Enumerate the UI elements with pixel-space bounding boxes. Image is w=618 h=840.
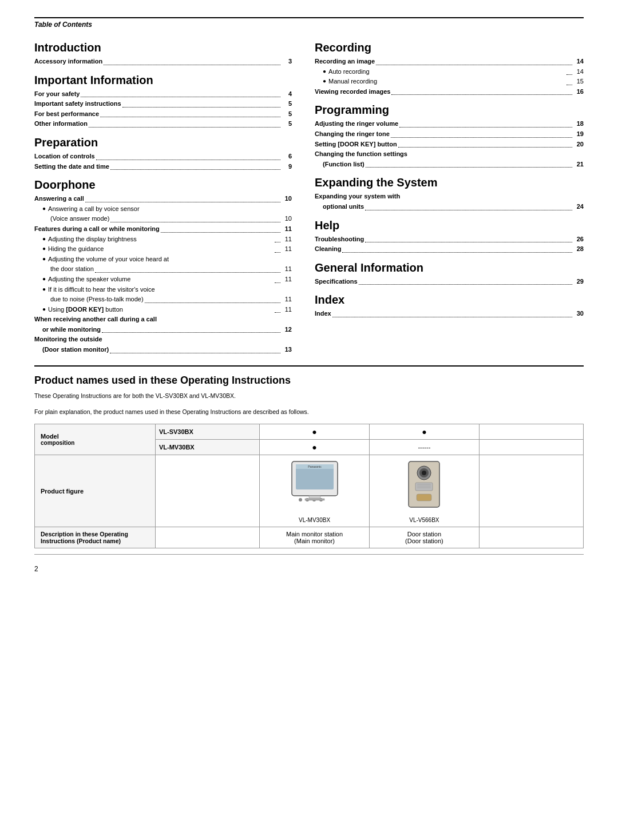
- model-label: Model composition: [35, 424, 156, 455]
- page-num: 9: [282, 162, 292, 172]
- toc-entry-cleaning: Cleaning 28: [315, 244, 584, 254]
- page-num: 5: [282, 109, 292, 120]
- page-num: 12: [282, 325, 292, 335]
- dots: [366, 160, 572, 168]
- section-doorphone: Doorphone: [34, 178, 292, 192]
- toc-entry-text: Answering a call: [34, 194, 84, 204]
- section-recording: Recording: [315, 41, 584, 54]
- dots: [342, 244, 572, 253]
- page-num: 11: [282, 274, 292, 285]
- page-num: 11: [282, 224, 292, 234]
- table-row-figure: Product figure Panasonic: [35, 455, 584, 527]
- toc-columns: Introduction Accessory information 3 Imp…: [34, 34, 584, 355]
- bullet-icon: ●: [42, 244, 46, 254]
- dots: [359, 277, 572, 285]
- toc-entry-text: Features during a call or while monitori…: [34, 224, 160, 234]
- page-num: 24: [573, 202, 584, 212]
- desc-door-station: Door station(Door station): [369, 527, 479, 548]
- toc-entry-text: Answering a call by voice sensor: [48, 204, 292, 214]
- page-num: 3: [282, 57, 292, 67]
- dots: [96, 152, 280, 160]
- svg-point-13: [422, 471, 426, 475]
- toc-entry-function-list: (Function list) 21: [315, 160, 584, 170]
- section-divider: [34, 365, 584, 367]
- door-station-svg: [404, 459, 444, 516]
- bullet-icon: ●: [42, 274, 46, 285]
- bullet-icon: ●: [42, 234, 46, 245]
- page-num: 20: [573, 140, 584, 150]
- page-num: 11: [282, 244, 292, 254]
- dots: [102, 325, 280, 333]
- dots: [110, 214, 280, 222]
- svg-rect-18: [417, 494, 431, 501]
- dots: [566, 77, 572, 85]
- toc-entry-safety-instructions: Important safety instructions 5: [34, 99, 292, 109]
- dot-icon: ●: [422, 427, 426, 436]
- toc-entry-viewing: Viewing recorded images 16: [315, 87, 584, 97]
- toc-entry-index: Index 30: [315, 309, 584, 319]
- toc-entry-text: optional units: [323, 202, 364, 212]
- toc-entry-text: For your safety: [34, 89, 80, 99]
- figure-label: Product figure: [35, 455, 156, 527]
- bullet-icon: ●: [323, 77, 326, 87]
- table-row-description: Description in these Operating Instructi…: [35, 527, 584, 548]
- dots: [391, 87, 572, 95]
- dots: [95, 264, 280, 273]
- page-num: 11: [282, 264, 292, 274]
- toc-entry-date-time: Setting the date and time 9: [34, 162, 292, 172]
- toc-entry-text: Viewing recorded images: [315, 87, 390, 97]
- model-mv30bx-col2: ●: [260, 440, 370, 455]
- toc-entry-press-to-talk: due to noise (Press-to-talk mode) 11: [34, 294, 292, 305]
- dots: [85, 194, 280, 202]
- toc-entry-answering: Answering a call 10: [34, 194, 292, 204]
- bullet-icon: ●: [42, 254, 46, 265]
- toc-entry-door-station-vol: the door station 11: [34, 264, 292, 274]
- toc-entry-while-monitoring: or while monitoring 12: [34, 325, 292, 335]
- page-num: 11: [282, 234, 292, 245]
- figure-monitor: Panasonic VL-MV30BX: [260, 455, 370, 527]
- toc-entry-text: Index: [315, 309, 331, 319]
- table-row-model: Model composition VL-SV30BX ● ●: [35, 424, 584, 440]
- dots: [161, 224, 280, 233]
- toc-entry-safety: For your safety 4: [34, 89, 292, 99]
- page-num: 18: [573, 119, 584, 129]
- toc-entry-manual-recording: ● Manual recording 15: [315, 77, 584, 87]
- dots: [122, 99, 280, 108]
- page-num: 16: [573, 87, 584, 97]
- bullet-icon: ●: [323, 67, 326, 77]
- toc-entry-optional-units: optional units 24: [315, 202, 584, 212]
- section-important-info: Important Information: [34, 74, 292, 87]
- product-section: Product names used in these Operating In…: [34, 375, 584, 549]
- toc-entry-text: Auto recording: [328, 67, 565, 77]
- desc-blank2: [479, 527, 583, 548]
- toc-entry-text: Manual recording: [328, 77, 565, 87]
- section-help: Help: [315, 219, 584, 232]
- figure-blank2: [479, 455, 583, 527]
- toc-entry-text: Location of controls: [34, 152, 95, 162]
- toc-entry-text: Adjusting the speaker volume: [48, 274, 274, 285]
- page-num: 15: [573, 77, 584, 87]
- toc-entry-text: Setting [DOOR KEY] button: [315, 140, 397, 150]
- bottom-rule: [34, 554, 584, 555]
- toc-entry-text: (Door station monitor): [42, 345, 109, 355]
- toc-entry-auto-recording: ● Auto recording 14: [315, 67, 584, 77]
- dots: [81, 89, 280, 98]
- toc-entry-door-key: ● Using [DOOR KEY] button 11: [34, 305, 292, 315]
- toc-entry-speaker-volume: ● Adjusting the speaker volume 11: [34, 274, 292, 285]
- section-expanding: Expanding the System: [315, 176, 584, 189]
- toc-entry-location: Location of controls 6: [34, 152, 292, 162]
- toc-entry-other-info: Other information 5: [34, 119, 292, 129]
- svg-point-4: [299, 498, 302, 501]
- toc-entry-hide-guidance: ● Hiding the guidance 11: [34, 244, 292, 254]
- toc-entry-voice-mode: (Voice answer mode) 10: [34, 214, 292, 224]
- model-mv30bx: VL-MV30BX: [155, 440, 259, 455]
- page-num: 10: [282, 214, 292, 224]
- svg-text:Panasonic: Panasonic: [308, 465, 322, 468]
- model-sv30bx-col3: ●: [369, 424, 479, 440]
- dots: [332, 309, 572, 317]
- product-table: Model composition VL-SV30BX ● ● VL-MV30B…: [34, 424, 584, 548]
- page-num: 4: [282, 89, 292, 99]
- page-num: 30: [573, 309, 584, 319]
- product-desc-2: For plain explanation, the product names…: [34, 407, 584, 417]
- bullet-icon: ●: [42, 305, 46, 315]
